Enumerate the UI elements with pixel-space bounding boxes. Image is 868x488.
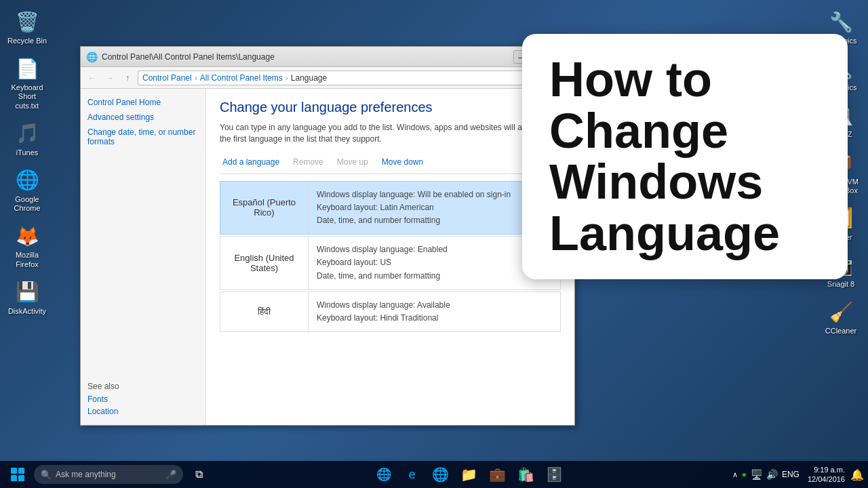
taskbar-systray: ∧ ● 🖥️ 🔊 ENG 9:19 a.m. 12/04/2016 🔔 xyxy=(727,465,864,485)
desktop-icon-ccleaner[interactable]: 🧹 CCleaner xyxy=(816,296,865,338)
left-icons-container: 🗑️ Recycle Bin 📄 Keyboard Short cuts.txt… xyxy=(0,0,54,324)
systray-dot-green: ● xyxy=(742,470,747,479)
breadcrumb-control-panel[interactable]: Control Panel xyxy=(142,73,192,83)
desktop-icon-disk[interactable]: 💾 DiskActivity xyxy=(3,276,52,319)
chrome-icon: 🌐 xyxy=(14,167,41,194)
desktop-icon-recycle[interactable]: 🗑️ Recycle Bin xyxy=(3,5,52,48)
sidebar-datetime-link[interactable]: Change date, time, or number formats xyxy=(87,127,199,147)
language-details-hindi: Windows display language: Available Keyb… xyxy=(309,292,560,331)
task-view-button[interactable]: ⧉ xyxy=(186,463,212,486)
date-value: 12/04/2016 xyxy=(808,474,845,484)
time-display[interactable]: 9:19 a.m. 12/04/2016 xyxy=(808,465,845,485)
page-title: Change your language preferences xyxy=(220,100,561,115)
search-icon: 🔍 xyxy=(41,470,52,480)
taskbar-ie-icon[interactable]: e xyxy=(399,463,425,486)
add-language-button[interactable]: Add a language xyxy=(220,156,282,168)
language-details-espanol: Windows display language: Will be enable… xyxy=(309,182,521,235)
taskbar-store-icon[interactable]: 🛍️ xyxy=(513,463,539,486)
taskbar-folder-icon[interactable]: 📁 xyxy=(456,463,482,486)
desktop-icon-keyboard[interactable]: 📄 Keyboard Short cuts.txt xyxy=(3,52,52,113)
taskbar-briefcase-icon[interactable]: 💼 xyxy=(485,463,511,486)
desktop-icon-chrome[interactable]: 🌐 Google Chrome xyxy=(3,164,52,216)
see-also-section: See also Fonts Location xyxy=(87,360,199,417)
titlebar-left: 🌐 Control Panel\All Control Panel Items\… xyxy=(86,52,275,62)
itunes-icon: 🎵 xyxy=(14,120,41,147)
taskbar-search[interactable]: 🔍 Ask me anything 🎤 xyxy=(34,465,183,484)
systray-volume-icon[interactable]: 🔊 xyxy=(766,469,778,480)
ccleaner-label: CCleaner xyxy=(825,327,856,336)
detail-display-lang: Windows display language: Will be enable… xyxy=(317,188,513,201)
detail-display-lang-hi: Windows display language: Available xyxy=(317,299,552,312)
see-also-label: See also xyxy=(87,382,199,391)
back-button[interactable]: ← xyxy=(85,70,100,85)
start-button[interactable] xyxy=(4,463,31,486)
language-name-espanol[interactable]: Español (Puerto Rico) xyxy=(220,182,309,235)
language-item-espanol[interactable]: Español (Puerto Rico) Windows display la… xyxy=(220,181,561,235)
breadcrumb-all-items[interactable]: All Control Panel Items xyxy=(200,73,283,83)
window-body: Control Panel Home Advanced settings Cha… xyxy=(81,89,574,425)
window-title: Control Panel\All Control Panel Items\La… xyxy=(102,52,275,62)
move-down-button[interactable]: Move down xyxy=(379,156,426,168)
desktop-icon-firefox[interactable]: 🦊 Mozilla Firefox xyxy=(3,220,52,271)
ccleaner-icon: 🧹 xyxy=(827,298,854,325)
systray-icons: ∧ ● 🖥️ 🔊 ENG xyxy=(727,469,805,480)
taskbar-app3-icon[interactable]: 🌐 xyxy=(428,463,454,486)
taskbar: 🔍 Ask me anything 🎤 ⧉ 🌐 e 🌐 📁 💼 🛍️ 🗄️ ∧ … xyxy=(0,461,868,488)
taskbar-pinned-apps: 🌐 e 🌐 📁 💼 🛍️ 🗄️ xyxy=(214,463,724,486)
move-up-button[interactable]: Move up xyxy=(334,156,371,168)
detail-keyboard: Keyboard layout: Latin American xyxy=(317,201,513,214)
language-list: Español (Puerto Rico) Windows display la… xyxy=(220,181,561,334)
page-description: You can type in any language you add to … xyxy=(220,122,561,145)
sidebar-advanced-link[interactable]: Advanced settings xyxy=(87,112,199,123)
address-input[interactable]: Control Panel › All Control Panel Items … xyxy=(138,70,549,85)
search-placeholder: Ask me anything xyxy=(56,470,116,479)
language-name-english[interactable]: English (United States) xyxy=(220,237,309,289)
sidebar-location-link[interactable]: Location xyxy=(87,406,118,417)
systray-chevron[interactable]: ∧ xyxy=(732,470,738,479)
time-value: 9:19 a.m. xyxy=(814,465,845,474)
auslogics1-icon: 🔧 xyxy=(827,8,854,35)
sidebar: Control Panel Home Advanced settings Cha… xyxy=(81,89,206,425)
remove-button[interactable]: Remove xyxy=(290,156,326,168)
detail-datetime-en: Date, time, and number formatting xyxy=(317,270,552,283)
detail-keyboard-en: Keyboard layout: US xyxy=(317,256,552,269)
sidebar-home-link[interactable]: Control Panel Home xyxy=(87,97,199,108)
language-toolbar: Add a language Remove Move up Move down xyxy=(220,156,561,174)
disk-label: DiskActivity xyxy=(8,307,46,316)
window-titlebar: 🌐 Control Panel\All Control Panel Items\… xyxy=(81,47,574,67)
language-item-hindi[interactable]: हिंदी Windows display language: Availabl… xyxy=(220,291,561,332)
mic-icon[interactable]: 🎤 xyxy=(165,470,176,480)
sidebar-fonts-link[interactable]: Fonts xyxy=(87,394,108,405)
keyboard-icon: 📄 xyxy=(14,55,41,82)
recycle-label: Recycle Bin xyxy=(7,37,47,45)
recycle-icon: 🗑️ xyxy=(14,8,41,35)
taskbar-server-icon[interactable]: 🗄️ xyxy=(542,463,568,486)
systray-lang[interactable]: ENG xyxy=(782,470,800,479)
taskbar-edge-icon[interactable]: 🌐 xyxy=(371,463,397,486)
language-name-hindi[interactable]: हिंदी xyxy=(220,292,309,331)
detail-datetime: Date, time, and number formatting xyxy=(317,214,513,227)
up-button[interactable]: ↑ xyxy=(120,70,135,85)
snagit-label: Snagit 8 xyxy=(827,280,854,289)
main-content: Change your language preferences You can… xyxy=(206,89,574,425)
breadcrumb-language: Language xyxy=(291,73,327,83)
forward-button[interactable]: → xyxy=(102,70,117,85)
desktop-icon-itunes[interactable]: 🎵 iTunes xyxy=(3,117,52,160)
window-icon: 🌐 xyxy=(86,52,98,62)
firefox-icon: 🦊 xyxy=(14,222,41,249)
firefox-label: Mozilla Firefox xyxy=(5,251,49,268)
systray-network-icon[interactable]: 🖥️ xyxy=(751,469,762,480)
itunes-label: iTunes xyxy=(16,148,39,157)
detail-display-lang-en: Windows display language: Enabled xyxy=(317,243,552,256)
notification-icon[interactable]: 🔔 xyxy=(850,468,864,481)
detail-keyboard-hi: Keyboard layout: Hindi Traditional xyxy=(317,312,552,325)
windows-logo-icon xyxy=(11,468,24,481)
keyboard-label: Keyboard Short cuts.txt xyxy=(5,83,49,110)
chrome-label: Google Chrome xyxy=(5,195,49,213)
disk-icon: 💾 xyxy=(14,279,41,306)
desktop: 🌐 Control Panel\All Control Panel Items\… xyxy=(0,0,868,488)
control-panel-window: 🌐 Control Panel\All Control Panel Items\… xyxy=(80,46,575,426)
address-bar: ← → ↑ Control Panel › All Control Panel … xyxy=(81,67,574,89)
overlay-title: How toChangeWindowsLanguage xyxy=(549,54,821,259)
language-item-english[interactable]: English (United States) Windows display … xyxy=(220,236,561,290)
